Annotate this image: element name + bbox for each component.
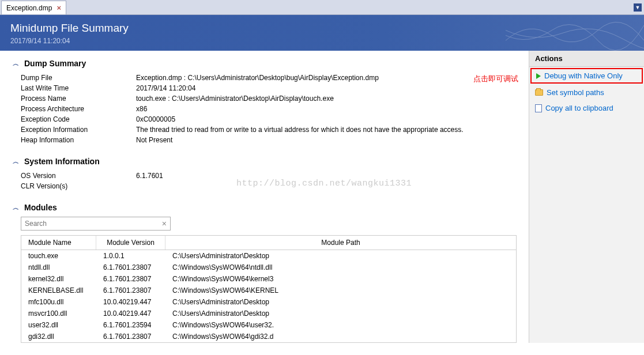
cell-version: 6.1.7601.23807	[96, 262, 165, 273]
system-info-heading: System Information	[24, 157, 100, 166]
chevron-up-icon: ︿	[13, 59, 20, 68]
cell-path: C:\Users\Administrator\Desktop	[165, 250, 516, 262]
modules-heading: Modules	[24, 203, 57, 212]
kv-row: Dump FileException.dmp : C:\Users\Admini…	[21, 73, 529, 83]
cell-name: msvcr100.dll	[21, 308, 96, 319]
table-row[interactable]: user32.dll6.1.7601.23594C:\Windows\SysWO…	[21, 319, 516, 331]
cell-path: C:\Windows\SysWOW64\kernel3	[165, 273, 516, 285]
col-module-path[interactable]: Module Path	[165, 236, 516, 250]
kv-row: OS Version6.1.7601	[21, 171, 529, 181]
kv-row: Heap InformationNot Present	[21, 135, 529, 145]
kv-val: 0xC0000005	[136, 114, 529, 124]
kv-key: Exception Code	[21, 114, 136, 124]
kv-key: Exception Information	[21, 124, 136, 135]
kv-val	[136, 181, 529, 191]
chevron-up-icon: ︿	[13, 157, 20, 166]
kv-row: Last Write Time2017/9/14 11:20:04	[21, 83, 529, 93]
cell-path: C:\Windows\SysWOW64\KERNEL	[165, 285, 516, 296]
table-row[interactable]: kernel32.dll6.1.7601.23807C:\Windows\Sys…	[21, 273, 516, 285]
kv-key: Last Write Time	[21, 83, 136, 93]
cell-path: C:\Windows\SysWOW64\ntdll.dll	[165, 262, 516, 273]
modules-header[interactable]: ︿ Modules	[13, 203, 529, 212]
kv-key: Process Name	[21, 93, 136, 104]
tab-exception-dmp[interactable]: Exception.dmp ×	[1, 1, 66, 14]
cell-version: 10.0.40219.447	[96, 296, 165, 308]
kv-key: Heap Information	[21, 135, 136, 145]
symbol-label: Set symbol paths	[547, 88, 604, 97]
cell-name: mfc100u.dll	[21, 296, 96, 308]
dump-summary-header[interactable]: ︿ Dump Summary	[13, 59, 529, 68]
folder-icon	[535, 89, 543, 96]
annotation-text: 点击即可调试	[473, 74, 518, 84]
cell-name: user32.dll	[21, 319, 96, 331]
cell-version: 6.1.7601.23807	[96, 285, 165, 296]
cell-name: touch.exe	[21, 250, 96, 262]
table-row[interactable]: msvcr100.dll10.0.40219.447C:\Users\Admin…	[21, 308, 516, 319]
banner: Minidump File Summary 2017/9/14 11:20:04	[0, 15, 644, 51]
cell-version: 6.1.7601.23807	[96, 331, 165, 342]
cell-version: 10.0.40219.447	[96, 308, 165, 319]
dump-summary-heading: Dump Summary	[24, 59, 86, 68]
table-row[interactable]: ntdll.dll6.1.7601.23807C:\Windows\SysWOW…	[21, 262, 516, 273]
dump-summary-grid: Dump FileException.dmp : C:\Users\Admini…	[21, 73, 529, 145]
copy-label: Copy all to clipboard	[545, 104, 613, 112]
cell-path: C:\Users\Administrator\Desktop	[165, 308, 516, 319]
kv-val: 2017/9/14 11:20:04	[136, 83, 529, 93]
banner-wave-decoration	[506, 15, 644, 51]
copy-icon	[535, 104, 542, 112]
cell-name: ntdll.dll	[21, 262, 96, 273]
cell-name: KERNELBASE.dll	[21, 285, 96, 296]
system-info-grid: OS Version6.1.7601CLR Version(s)	[21, 171, 529, 191]
system-info-header[interactable]: ︿ System Information	[13, 157, 529, 166]
kv-row: Exception Code0xC0000005	[21, 114, 529, 124]
copy-all-button[interactable]: Copy all to clipboard	[529, 100, 644, 116]
cell-version: 6.1.7601.23594	[96, 319, 165, 331]
debug-label: Debug with Native Only	[544, 71, 623, 80]
table-row[interactable]: gdi32.dll6.1.7601.23807C:\Windows\SysWOW…	[21, 331, 516, 342]
tab-bar: Exception.dmp × ▼	[0, 0, 644, 15]
modules-search-wrap: ×	[21, 217, 171, 231]
kv-val: The thread tried to read from or write t…	[136, 124, 529, 135]
cell-name: gdi32.dll	[21, 331, 96, 342]
kv-key: CLR Version(s)	[21, 181, 136, 191]
debug-native-only-button[interactable]: Debug with Native Only	[530, 68, 643, 84]
actions-panel: Actions Debug with Native Only Set symbo…	[529, 51, 644, 343]
table-row[interactable]: mfc100u.dll10.0.40219.447C:\Users\Admini…	[21, 296, 516, 308]
col-module-name[interactable]: Module Name	[21, 236, 96, 250]
play-icon	[536, 73, 541, 79]
kv-key: Process Architecture	[21, 104, 136, 114]
kv-val: 6.1.7601	[136, 171, 529, 181]
kv-val: Exception.dmp : C:\Users\Administrator\D…	[136, 73, 529, 83]
set-symbol-paths-button[interactable]: Set symbol paths	[529, 85, 644, 100]
table-row[interactable]: touch.exe1.0.0.1C:\Users\Administrator\D…	[21, 250, 516, 262]
search-input[interactable]	[25, 220, 162, 228]
kv-row: CLR Version(s)	[21, 181, 529, 191]
kv-row: Process Architecturex86	[21, 104, 529, 114]
modules-table-header: Module Name Module Version Module Path	[21, 236, 516, 250]
cell-version: 1.0.0.1	[96, 250, 165, 262]
kv-key: Dump File	[21, 73, 136, 83]
cell-path: C:\Windows\SysWOW64\user32.	[165, 319, 516, 331]
modules-table-body: touch.exe1.0.0.1C:\Users\Administrator\D…	[21, 250, 516, 342]
kv-val: touch.exe : C:\Users\Administrator\Deskt…	[136, 93, 529, 104]
cell-name: kernel32.dll	[21, 273, 96, 285]
kv-key: OS Version	[21, 171, 136, 181]
kv-row: Process Nametouch.exe : C:\Users\Adminis…	[21, 93, 529, 104]
clear-icon[interactable]: ×	[162, 219, 167, 228]
tab-label: Exception.dmp	[6, 4, 52, 12]
col-module-version[interactable]: Module Version	[96, 236, 165, 250]
cell-version: 6.1.7601.23807	[96, 273, 165, 285]
kv-row: Exception InformationThe thread tried to…	[21, 124, 529, 135]
modules-table: Module Name Module Version Module Path t…	[21, 235, 517, 343]
main-panel: ︿ Dump Summary Dump FileException.dmp : …	[0, 51, 529, 343]
kv-val: Not Present	[136, 135, 529, 145]
chevron-up-icon: ︿	[13, 203, 20, 212]
tab-dropdown-icon[interactable]: ▼	[634, 3, 642, 12]
cell-path: C:\Users\Administrator\Desktop	[165, 296, 516, 308]
table-row[interactable]: KERNELBASE.dll6.1.7601.23807C:\Windows\S…	[21, 285, 516, 296]
kv-val: x86	[136, 104, 529, 114]
actions-heading: Actions	[529, 51, 644, 67]
close-icon[interactable]: ×	[57, 3, 61, 12]
cell-path: C:\Windows\SysWOW64\gdi32.d	[165, 331, 516, 342]
